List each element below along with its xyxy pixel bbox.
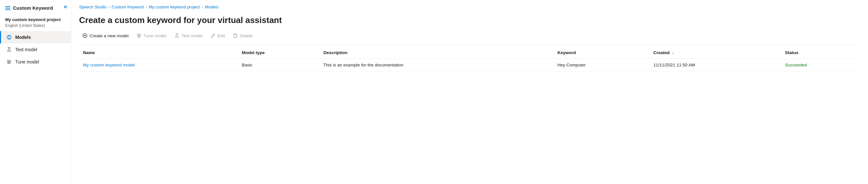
breadcrumb-models[interactable]: Models (205, 4, 218, 9)
tune-model-toolbar-label: Tune model (144, 33, 166, 38)
status-badge: Succeeded (785, 63, 807, 67)
create-new-model-button[interactable]: Create a new model (79, 31, 132, 40)
svg-point-6 (8, 63, 9, 64)
breadcrumb-chevron-1: › (108, 5, 110, 9)
sidebar-app-title-label: Custom Keyword (13, 5, 53, 11)
tune-model-toolbar-icon (136, 33, 142, 38)
sidebar-collapse-button[interactable]: « (64, 3, 67, 10)
sidebar-item-models[interactable]: Models (0, 31, 71, 43)
sort-arrow-created: ↓ (672, 51, 674, 55)
models-icon (6, 34, 12, 40)
main-content: Speech Studio › Custom Keyword › My cust… (71, 0, 868, 184)
cell-model-type: Basic (238, 59, 319, 71)
sidebar-project-locale: English (United States) (0, 23, 71, 31)
test-model-button[interactable]: Test model (171, 31, 206, 40)
breadcrumb-custom-keyword[interactable]: Custom Keyword (112, 4, 144, 9)
cell-created: 11/11/2021 11:50 AM (650, 59, 781, 71)
breadcrumb-speech-studio[interactable]: Speech Studio (79, 4, 106, 9)
col-header-model-type: Model type (238, 47, 319, 59)
toolbar: Create a new model Tune model (79, 31, 860, 45)
svg-rect-16 (234, 34, 237, 35)
table-row: My custom keyword model Basic This is an… (79, 59, 860, 71)
breadcrumb-chevron-3: › (202, 5, 203, 9)
model-name-link[interactable]: My custom keyword model (83, 63, 135, 67)
svg-point-12 (137, 34, 139, 35)
cell-name: My custom keyword model (79, 59, 238, 71)
cell-status: Succeeded (781, 59, 860, 71)
col-header-created[interactable]: Created ↓ (650, 47, 781, 59)
col-header-status: Status (781, 47, 860, 59)
svg-point-14 (138, 36, 139, 38)
svg-point-4 (7, 60, 9, 61)
sidebar-project-name: My custom keyword project (0, 13, 71, 23)
test-model-toolbar-label: Test model (182, 33, 203, 38)
cell-keyword: Hey Computer (554, 59, 650, 71)
sidebar-app-title: Custom Keyword (0, 0, 71, 13)
cell-description: This is an example for the documentation (319, 59, 554, 71)
breadcrumb-chevron-2: › (146, 5, 147, 9)
table-header-row: Name Model type Description Keyword Crea… (79, 47, 860, 59)
col-header-description: Description (319, 47, 554, 59)
create-new-model-label: Create a new model (89, 33, 129, 38)
test-model-toolbar-icon (175, 33, 180, 38)
tune-model-icon (6, 59, 12, 65)
menu-icon (5, 6, 10, 10)
breadcrumb-project[interactable]: My custom keyword project (149, 4, 200, 9)
edit-label: Edit (217, 33, 225, 38)
create-model-icon (82, 33, 88, 38)
sidebar-item-tune-model[interactable]: Tune model (0, 56, 71, 68)
sidebar-nav: Models Test model (0, 31, 71, 68)
edit-icon (210, 33, 216, 38)
test-model-icon (6, 47, 12, 53)
delete-label: Delete (240, 33, 252, 38)
col-header-keyword: Keyword (554, 47, 650, 59)
models-table: Name Model type Description Keyword Crea… (79, 47, 860, 71)
col-header-name: Name (79, 47, 238, 59)
sidebar-item-tune-model-label: Tune model (15, 59, 39, 64)
delete-button[interactable]: Delete (229, 31, 256, 40)
page-title: Create a custom keyword for your virtual… (79, 12, 860, 31)
edit-button[interactable]: Edit (207, 31, 228, 40)
sidebar: « Custom Keyword My custom keyword proje… (0, 0, 71, 184)
delete-icon (233, 33, 238, 38)
svg-point-13 (139, 35, 141, 36)
sidebar-item-test-model-label: Test model (15, 47, 37, 52)
svg-point-5 (9, 61, 10, 63)
sidebar-item-test-model[interactable]: Test model (0, 43, 71, 56)
tune-model-button[interactable]: Tune model (133, 31, 170, 40)
breadcrumb: Speech Studio › Custom Keyword › My cust… (79, 0, 860, 12)
sidebar-item-models-label: Models (15, 35, 31, 40)
